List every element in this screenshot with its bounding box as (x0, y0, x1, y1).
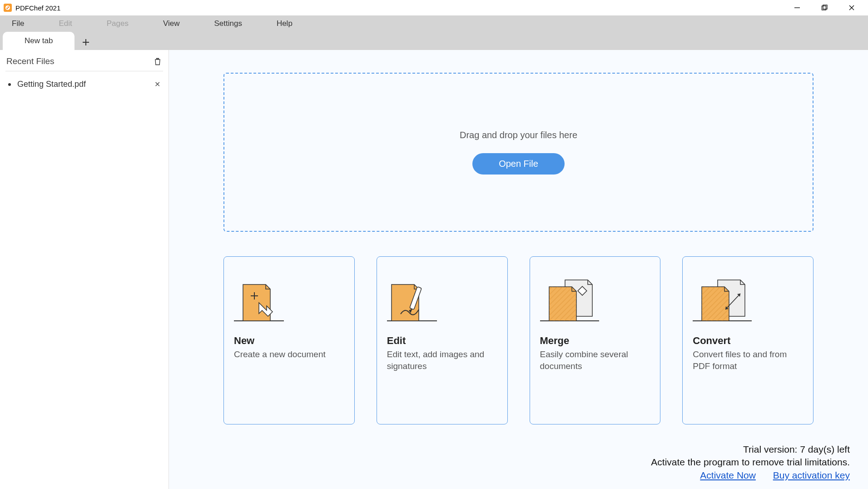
recent-file-item[interactable]: Getting Started.pdf ✕ (5, 71, 163, 97)
add-tab-button[interactable] (78, 35, 94, 50)
menu-settings[interactable]: Settings (210, 17, 245, 30)
card-new-desc: Create a new document (234, 349, 344, 360)
app-title: PDFChef 2021 (15, 4, 792, 12)
action-cards-row: New Create a new document Edit Edit (223, 256, 813, 424)
close-button[interactable] (846, 2, 857, 13)
buy-key-link[interactable]: Buy activation key (773, 470, 850, 480)
menubar: File Edit Pages View Settings Help (0, 15, 868, 32)
menu-pages: Pages (103, 17, 132, 30)
open-file-button[interactable]: Open File (472, 153, 565, 175)
trial-status: Trial version: 7 day(s) left (651, 443, 850, 456)
card-edit[interactable]: Edit Edit text, add images and signature… (377, 256, 508, 424)
svg-rect-3 (823, 5, 827, 9)
tabbar: New tab (0, 32, 868, 50)
sidebar: Recent Files Getting Started.pdf ✕ (0, 50, 169, 489)
maximize-button[interactable] (819, 2, 830, 13)
menu-view[interactable]: View (159, 17, 184, 30)
card-convert-title: Convert (693, 335, 803, 347)
card-convert-desc: Convert files to and from PDF format (693, 349, 803, 372)
dropzone-text: Drag and drop your files here (460, 130, 577, 140)
remove-recent-icon[interactable]: ✕ (154, 80, 160, 89)
clear-recent-icon[interactable] (153, 56, 162, 66)
svg-rect-2 (822, 6, 826, 10)
tab-label: New tab (25, 36, 53, 45)
card-merge-icon (540, 273, 650, 323)
card-edit-icon (387, 273, 497, 323)
window-controls (792, 2, 857, 13)
window-titlebar: PDFChef 2021 (0, 0, 868, 15)
app-icon (4, 4, 12, 12)
card-new-icon (234, 273, 344, 323)
trial-message: Activate the program to remove trial lim… (651, 456, 850, 469)
bullet-icon (8, 83, 11, 86)
card-edit-desc: Edit text, add images and signatures (387, 349, 497, 372)
card-new-title: New (234, 335, 344, 347)
menu-edit: Edit (55, 17, 75, 30)
card-new[interactable]: New Create a new document (223, 256, 355, 424)
card-convert[interactable]: Convert Convert files to and from PDF fo… (682, 256, 813, 424)
trial-info: Trial version: 7 day(s) left Activate th… (651, 443, 850, 482)
recent-files-label: Recent Files (6, 56, 55, 66)
menu-help[interactable]: Help (273, 17, 296, 30)
minimize-button[interactable] (792, 2, 803, 13)
card-merge-desc: Easily combine several documents (540, 349, 650, 372)
menu-file[interactable]: File (8, 17, 28, 30)
card-convert-icon (693, 273, 803, 323)
card-edit-title: Edit (387, 335, 497, 347)
recent-files-header: Recent Files (5, 55, 163, 71)
activate-now-link[interactable]: Activate Now (700, 470, 756, 480)
dropzone[interactable]: Drag and drop your files here Open File (223, 73, 813, 232)
tab-new[interactable]: New tab (3, 32, 74, 50)
card-merge-title: Merge (540, 335, 650, 347)
body-area: Recent Files Getting Started.pdf ✕ Drag … (0, 50, 868, 489)
card-merge[interactable]: Merge Easily combine several documents (530, 256, 661, 424)
recent-file-name: Getting Started.pdf (17, 80, 86, 89)
main-area: Drag and drop your files here Open File … (169, 50, 868, 489)
